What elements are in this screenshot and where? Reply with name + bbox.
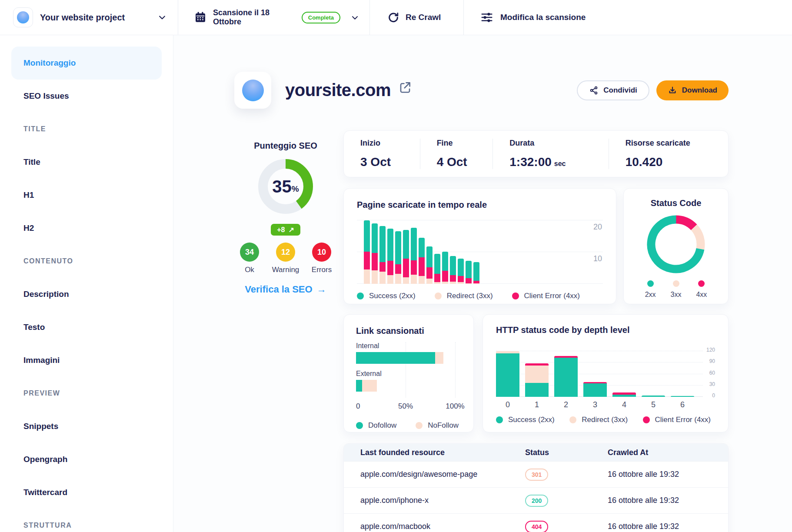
sidebar-section-title: TITLE xyxy=(11,113,162,146)
seo-count-label: Warning xyxy=(272,266,299,274)
sidebar-item-twittercard[interactable]: Twittercard xyxy=(11,476,162,509)
chevron-down-icon xyxy=(351,13,359,22)
project-selector[interactable]: Your website project xyxy=(0,0,178,35)
cell-status: 404 xyxy=(525,521,608,532)
bar-segment xyxy=(473,262,479,281)
bar-segment xyxy=(435,352,443,364)
bar-segment xyxy=(442,252,448,271)
legend-label: Dofollow xyxy=(368,421,396,430)
bar-segment xyxy=(458,276,464,283)
bar-segment xyxy=(671,396,694,397)
bar-segment xyxy=(466,261,472,278)
scan-selector[interactable]: Scansione il 18 Ottobre Completa xyxy=(178,0,369,35)
stacked-bar xyxy=(379,226,386,284)
realtime-pages-title: Pagine scaricate in tempo reale xyxy=(357,200,603,210)
site-domain: yoursite.com xyxy=(285,80,391,100)
stacked-bar xyxy=(671,396,694,397)
bar-segment xyxy=(403,259,409,277)
col-header-status: Status xyxy=(525,448,608,457)
status-badge: 200 xyxy=(525,495,548,507)
sidebar-item-monitoraggio[interactable]: Monitoraggio xyxy=(11,47,162,80)
bar-segment xyxy=(612,395,636,397)
seo-count-label: Ok xyxy=(245,266,254,274)
modify-scan-button[interactable]: Modifica la scansione xyxy=(463,0,596,35)
legend-dot xyxy=(698,280,705,287)
site-logo-ball xyxy=(242,80,264,101)
chevron-down-icon xyxy=(158,13,166,22)
download-button[interactable]: Download xyxy=(656,80,729,100)
sidebar-item-opengraph[interactable]: Opengraph xyxy=(11,443,162,476)
legend-dot xyxy=(357,293,364,299)
bar-group xyxy=(496,351,694,397)
external-link-icon[interactable] xyxy=(399,81,412,94)
bar-segment xyxy=(419,276,425,284)
trend-up-icon: ↗ xyxy=(288,226,294,234)
sidebar: MonitoraggioSEO IssuesTITLETitleH1H2CONT… xyxy=(0,35,173,532)
legend-dot xyxy=(673,280,679,287)
sidebar-item-testo[interactable]: Testo xyxy=(11,311,162,344)
bar-segment xyxy=(379,262,386,272)
stat-value: 4 Oct xyxy=(437,155,493,169)
links-title: Link scansionati xyxy=(356,326,461,336)
arrow-right-icon: → xyxy=(317,284,326,295)
bar-segment xyxy=(411,275,417,284)
bar-segment xyxy=(356,380,362,392)
bar-segment xyxy=(395,231,401,265)
stacked-bar xyxy=(411,228,417,284)
legend-item-success-2xx-: Success (2xx) xyxy=(496,416,555,424)
bar-segment xyxy=(642,396,665,397)
sidebar-item-h2[interactable]: H2 xyxy=(11,212,162,245)
cell-status: 200 xyxy=(525,495,608,507)
sidebar-item-seo-issues[interactable]: SEO Issues xyxy=(11,80,162,113)
recrawl-button[interactable]: Re Crawl xyxy=(369,0,463,35)
x-axis-label: 2 xyxy=(554,400,578,409)
table-row[interactable]: apple.com/iphone-x20016 ottobre alle 19:… xyxy=(344,487,728,513)
table-row[interactable]: apple.com/macbook40416 ottobre alle 19:3… xyxy=(344,513,728,532)
cell-crawled-at: 16 ottobre alle 19:32 xyxy=(608,496,728,505)
bar-segment xyxy=(458,282,464,284)
share-button[interactable]: Condividi xyxy=(577,80,649,100)
seo-score-value: 35% xyxy=(258,159,313,214)
seo-count-value: 10 xyxy=(312,243,331,262)
link-bar xyxy=(356,380,461,392)
bar-segment xyxy=(434,254,440,274)
sidebar-item-description[interactable]: Description xyxy=(11,278,162,311)
legend-label: Redirect (3xx) xyxy=(582,416,628,424)
link-bar-category: Internal xyxy=(356,342,461,350)
legend-item-4xx: 4xx xyxy=(696,280,707,299)
y-axis-label: 120 xyxy=(706,347,715,353)
stat-durata: Durata1:32:00sec xyxy=(493,139,608,169)
stat-inizio: Inizio3 Oct xyxy=(344,139,420,169)
sidebar-item-immagini[interactable]: Immagini xyxy=(11,344,162,377)
bar-segment xyxy=(525,383,549,397)
stacked-bar xyxy=(525,363,549,397)
share-label: Condividi xyxy=(603,86,637,95)
table-row[interactable]: apple.com/design/awesome-page30116 ottob… xyxy=(344,461,728,487)
x-axis-label: 5 xyxy=(642,400,665,409)
bar-segment xyxy=(496,353,519,397)
bar-segment xyxy=(403,230,409,259)
y-axis-label: 20 xyxy=(593,223,602,232)
bar-segment xyxy=(364,220,370,252)
x-axis-label: 1 xyxy=(525,400,549,409)
resources-table-header: Last founded resource Status Crawled At xyxy=(344,444,728,461)
sidebar-item-title[interactable]: Title xyxy=(11,146,162,179)
verify-seo-link[interactable]: Verifica la SEO → xyxy=(245,284,326,295)
main-content: yoursite.com Condividi Download xyxy=(173,35,792,532)
stacked-bar xyxy=(473,262,479,284)
stacked-bar xyxy=(395,231,401,284)
links-chart: InternalExternal xyxy=(356,342,461,398)
sliders-icon xyxy=(480,11,493,24)
stacked-bar xyxy=(403,230,409,284)
stacked-bar xyxy=(372,223,378,284)
project-logo xyxy=(13,7,33,27)
sidebar-item-snippets[interactable]: Snippets xyxy=(11,410,162,443)
status-code-card: Status Code 2xx3xx4xx xyxy=(623,188,729,304)
sidebar-section-struttura: STRUTTURA xyxy=(11,509,162,532)
seo-count-warning: 12Warning xyxy=(272,243,299,274)
stat-label: Fine xyxy=(437,139,493,148)
status-badge: 301 xyxy=(525,469,548,481)
links-card: Link scansionati InternalExternal 050%10… xyxy=(343,314,474,432)
legend-label: Client Error (4xx) xyxy=(524,292,580,300)
sidebar-item-h1[interactable]: H1 xyxy=(11,179,162,212)
